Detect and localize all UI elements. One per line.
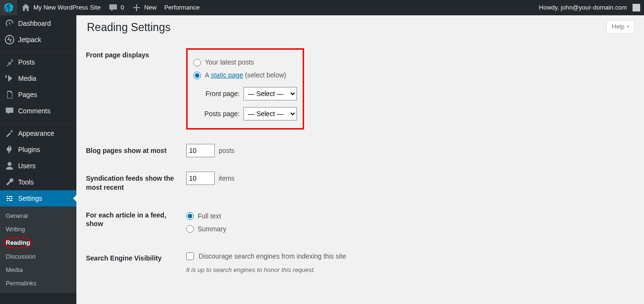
appearance-icon (5, 129, 14, 138)
comments-link[interactable]: 0 (105, 0, 128, 15)
posts-page-select[interactable]: — Select — (243, 107, 297, 120)
sidebar-item-plugins[interactable]: Plugins (0, 141, 76, 158)
front-page-select-label: Front page: (205, 89, 240, 99)
sidebar-item-label: Posts (18, 58, 35, 66)
sidebar-item-dashboard[interactable]: Dashboard (0, 15, 76, 32)
sidebar-item-jetpack[interactable]: Jetpack (0, 32, 76, 48)
help-label: Help (612, 22, 624, 31)
sidebar-item-label: Tools (18, 178, 34, 186)
radio-full-text-label: Full text (198, 211, 221, 221)
setting-label-syndication: Syndication feeds show the most recent (86, 164, 181, 201)
visibility-description: It is up to search engines to honor this… (186, 265, 630, 275)
site-name: My New WordPress Site (33, 3, 101, 12)
setting-label-feedarticle: For each article in a feed, show (86, 201, 181, 244)
sidebar-item-tools[interactable]: Tools (0, 174, 76, 190)
radio-summary-label: Summary (198, 224, 226, 234)
static-suffix: (select below) (243, 71, 286, 79)
sidebar-item-pages[interactable]: Pages (0, 87, 76, 103)
settings-submenu: General Writing Reading Discussion Media… (0, 206, 76, 293)
comments-icon (108, 3, 118, 12)
plugins-icon (5, 145, 14, 154)
blog-pages-input[interactable] (186, 144, 215, 157)
sidebar-item-label: Users (18, 162, 36, 170)
wordpress-icon (4, 3, 13, 12)
radio-static-page[interactable] (193, 72, 201, 79)
sidebar-item-label: Settings (18, 194, 42, 203)
plus-icon (132, 3, 141, 12)
submenu-item-writing[interactable]: Writing (0, 223, 76, 236)
sidebar-item-label: Appearance (18, 129, 54, 138)
sidebar-item-settings[interactable]: Settings (0, 190, 76, 206)
howdy-account[interactable]: Howdy, john@your-domain.com (535, 0, 644, 15)
tools-icon (5, 177, 14, 187)
jetpack-icon (5, 35, 14, 44)
syndication-suffix: items (219, 174, 234, 182)
posts-page-select-label: Posts page: (204, 109, 240, 119)
pin-icon (5, 57, 14, 67)
new-label: New (144, 3, 157, 12)
radio-latest-posts[interactable] (193, 59, 201, 66)
setting-label-frontpage: Front page displays (86, 41, 181, 137)
static-page-link[interactable]: static page (211, 71, 243, 79)
radio-summary[interactable] (186, 225, 194, 233)
front-page-select[interactable]: — Select — (243, 87, 297, 100)
performance-link[interactable]: Performance (160, 0, 203, 15)
radio-full-text[interactable] (186, 212, 194, 220)
blog-pages-suffix: posts (219, 147, 234, 154)
sidebar-item-label: Dashboard (18, 19, 51, 28)
sidebar-item-comments[interactable]: Comments (0, 103, 76, 119)
svg-point-0 (5, 35, 14, 44)
sidebar-item-users[interactable]: Users (0, 158, 76, 174)
static-prefix: A (205, 71, 211, 79)
wp-logo[interactable] (0, 0, 17, 15)
avatar (633, 4, 640, 11)
site-name-link[interactable]: My New WordPress Site (17, 0, 105, 15)
submenu-item-reading[interactable]: Reading (0, 236, 76, 250)
new-link[interactable]: New (128, 0, 160, 15)
sidebar-item-label: Pages (18, 90, 37, 99)
submenu-item-permalinks[interactable]: Permalinks (0, 277, 76, 290)
syndication-input[interactable] (186, 172, 215, 185)
admin-bar: My New WordPress Site 0 New Performance … (0, 0, 644, 15)
comment-icon (5, 106, 14, 116)
admin-sidebar: Dashboard Jetpack Posts Media Pages Comm… (0, 15, 76, 304)
setting-label-blogpages: Blog pages show at most (86, 137, 181, 164)
comments-count: 0 (121, 3, 124, 12)
submenu-item-general[interactable]: General (0, 209, 76, 223)
help-tab[interactable]: Help ▾ (606, 20, 634, 33)
submenu-item-discussion[interactable]: Discussion (0, 250, 76, 263)
setting-label-visibility: Search Engine Visibility (86, 244, 181, 282)
sidebar-item-label: Comments (18, 107, 51, 115)
front-page-highlight-box: Your latest posts A static page (select … (186, 48, 304, 130)
settings-icon (5, 194, 14, 203)
pages-icon (5, 90, 14, 99)
sidebar-item-label: Media (18, 74, 36, 83)
dashboard-icon (5, 19, 14, 28)
sidebar-item-label: Plugins (18, 145, 40, 154)
settings-form: Front page displays Your latest posts A … (86, 41, 634, 282)
submenu-item-media[interactable]: Media (0, 263, 76, 277)
chevron-down-icon: ▾ (627, 22, 629, 31)
media-icon (5, 74, 14, 83)
sidebar-item-media[interactable]: Media (0, 70, 76, 87)
checkbox-discourage-label: Discourage search engines from indexing … (199, 251, 346, 261)
page-title: Reading Settings (87, 23, 634, 32)
users-icon (5, 161, 14, 171)
sidebar-item-posts[interactable]: Posts (0, 54, 76, 70)
radio-latest-posts-label: Your latest posts (205, 57, 254, 67)
howdy-text: Howdy, john@your-domain.com (539, 3, 627, 12)
sidebar-item-appearance[interactable]: Appearance (0, 125, 76, 141)
main-content: Help ▾ Reading Settings Front page displ… (76, 0, 644, 304)
home-icon (21, 3, 31, 12)
sidebar-item-label: Jetpack (18, 35, 41, 44)
checkbox-discourage[interactable] (186, 252, 194, 260)
performance-label: Performance (164, 3, 200, 12)
